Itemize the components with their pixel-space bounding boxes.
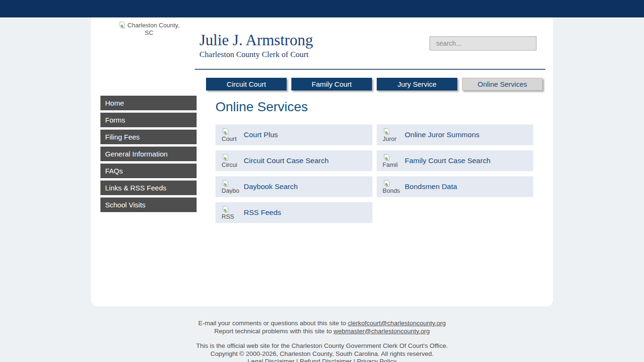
main-content: Online Services CourtCourt Plus JurorOnl… [215,96,533,223]
broken-image-glyph [222,128,229,135]
sidebar-nav: HomeFormsFiling FeesGeneral InformationF… [100,96,197,223]
broken-image-icon: Bonds [383,180,402,194]
page-title: Online Services [215,99,533,115]
broken-image-icon [118,21,126,29]
sidebar-item-forms[interactable]: Forms [100,113,197,127]
image-alt-text: Juror [383,135,397,142]
service-family-court-case-search[interactable]: FamilFamily Court Case Search [377,150,534,171]
service-label: Online Juror Summons [405,131,480,139]
sidebar-item-links-rss-feeds[interactable]: Links & RSS Feeds [100,181,197,195]
county-logo-broken-image: Charleston County, SC [114,21,184,37]
service-rss-feeds[interactable]: RSSRSS Feeds [215,202,372,223]
broken-image-icon: RSS [222,206,240,220]
card-body: HomeFormsFiling FeesGeneral InformationF… [91,90,553,223]
service-circuit-court-case-search[interactable]: CircuiCircuit Court Case Search [215,150,372,171]
title-block: Julie J. Armstrong Charleston County Cle… [199,32,313,59]
image-alt-text: RSS [222,213,234,220]
broken-image-glyph [383,180,390,187]
footer-email-line2-text: Report technical problems with this site… [215,328,334,335]
broken-image-icon: Circui [222,154,240,168]
image-alt-text: Famil [383,161,398,168]
sidebar-item-general-information[interactable]: General Information [100,147,197,161]
site-subtitle: Charleston County Clerk of Court [199,50,313,59]
top-navy-bar [0,0,644,17]
sidebar-item-filing-fees[interactable]: Filing Fees [100,130,197,144]
tab-online-services[interactable]: Online Services [462,78,543,90]
service-court-plus[interactable]: CourtCourt Plus [215,124,372,145]
footer-email-line1-text: E-mail your comments or questions about … [198,320,347,327]
broken-image-icon: Court [222,128,240,142]
service-label: Daybook Search [244,182,298,191]
tab-jury-service[interactable]: Jury Service [377,78,457,90]
tab-circuit-court[interactable]: Circuit Court [206,78,287,90]
footer-copyright-line: Copyright © 2000-2026, Charleston County… [210,350,433,357]
search-input[interactable] [429,36,537,50]
services-grid: CourtCourt Plus JurorOnline Juror Summon… [215,124,533,223]
broken-image-icon: Famil [383,154,402,168]
broken-image-glyph [222,206,229,213]
service-label: Court Plus [244,131,278,139]
service-bondsmen-data[interactable]: BondsBondsmen Data [377,176,534,197]
logo-alt-text: Charleston County, SC [127,22,179,36]
broken-image-glyph [383,154,390,161]
image-alt-text: Daybo [222,187,239,194]
sidebar-item-faqs[interactable]: FAQs [100,164,197,178]
refund-disclaimer-link[interactable]: Refund Disclaimer [300,358,352,362]
broken-image-glyph [222,180,229,187]
legal-disclaimer-link[interactable]: Legal Disclaimer [248,358,295,362]
footer-legal-block: This is the official web site for the Ch… [0,342,644,362]
image-alt-text: Bonds [383,187,400,194]
main-card: Charleston County, SC Julie J. Armstrong… [91,17,553,306]
broken-image-icon: Daybo [222,180,240,194]
service-label: Family Court Case Search [405,156,491,165]
footer-contact-block: E-mail your comments or questions about … [0,320,644,335]
clerk-email-link[interactable]: clerkofcourt@charlestoncounty.org [348,320,446,327]
privacy-policy-link[interactable]: Privacy Policy [357,358,396,362]
footer-official-line: This is the official web site for the Ch… [196,342,448,349]
tab-bar: Circuit CourtFamily CourtJury ServiceOnl… [206,78,553,90]
image-alt-text: Circui [222,161,237,168]
site-header: Charleston County, SC Julie J. Armstrong… [91,17,553,69]
service-label: Circuit Court Case Search [244,156,329,165]
tab-family-court[interactable]: Family Court [291,78,372,90]
sidebar-item-school-visits[interactable]: School Visits [100,197,197,212]
service-label: Bondsmen Data [405,182,457,191]
site-title: Julie J. Armstrong [199,32,313,49]
site-footer: E-mail your comments or questions about … [0,320,644,362]
service-online-juror-summons[interactable]: JurorOnline Juror Summons [377,124,534,145]
service-daybook-search[interactable]: DayboDaybook Search [215,176,372,197]
webmaster-email-link[interactable]: webmaster@charlestoncounty.org [333,328,429,335]
legal-links-line: Legal Disclaimer | Refund Disclaimer | P… [248,358,396,362]
service-label: RSS Feeds [244,208,281,217]
sidebar-item-home[interactable]: Home [100,96,197,110]
header-divider [195,69,545,70]
broken-image-icon: Juror [383,128,402,142]
image-alt-text: Court [222,135,237,142]
broken-image-glyph [383,128,390,135]
broken-image-glyph [222,154,229,161]
